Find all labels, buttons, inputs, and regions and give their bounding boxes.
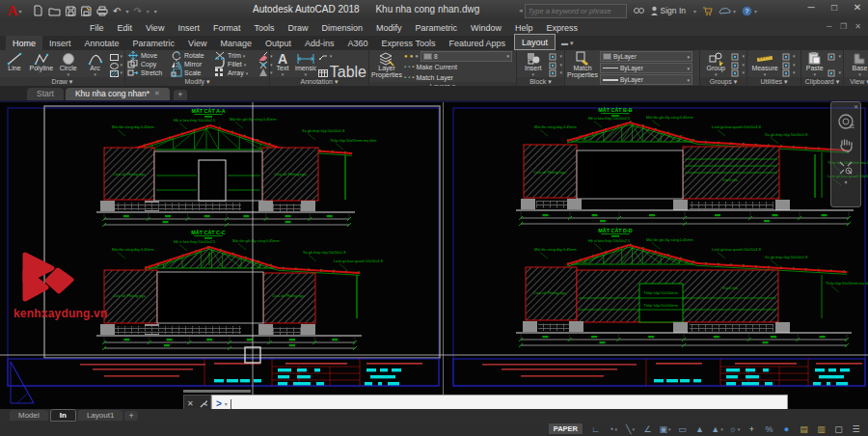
ribbon-tab-output[interactable]: Output: [258, 36, 298, 50]
bedit3-button[interactable]: ▾: [549, 68, 562, 76]
linetype-combo[interactable]: ByLayer▾: [600, 63, 692, 73]
stretch-button[interactable]: Stretch: [127, 68, 170, 77]
layer-combo[interactable]: 8▾: [420, 51, 512, 62]
customization-icon[interactable]: ☰: [848, 424, 864, 434]
new-file-icon[interactable]: [33, 5, 43, 16]
stretch-icon[interactable]: [127, 68, 139, 77]
maximize-button[interactable]: □: [827, 2, 841, 13]
fillet-icon[interactable]: [214, 60, 226, 68]
rotate-button[interactable]: Rotate: [171, 51, 213, 60]
panel-block-label[interactable]: Block ▾: [517, 77, 564, 86]
file-tab-start[interactable]: Start: [27, 88, 64, 100]
save-as-icon[interactable]: [81, 6, 92, 16]
table-button[interactable]: Table: [318, 68, 366, 76]
trim-icon[interactable]: [214, 51, 226, 60]
lineweight-combo[interactable]: ByLayer▾: [600, 74, 692, 85]
clipboard-status-icon[interactable]: ▥: [813, 424, 829, 434]
dimension-button[interactable]: Dimension▾: [295, 51, 316, 77]
menu-item-edit[interactable]: Edit: [111, 21, 140, 36]
ribbon-tab-featured-apps[interactable]: Featured Apps: [442, 36, 512, 50]
qat-customize-caret-icon[interactable]: ▾: [154, 8, 157, 14]
clean-screen-icon[interactable]: ▢: [830, 424, 847, 434]
plot-icon[interactable]: [96, 6, 108, 16]
trim-button[interactable]: Trim▾: [214, 51, 257, 60]
ribbon-collapse-icon[interactable]: ▬ ▾: [561, 40, 573, 50]
panel-groups-label[interactable]: Groups ▾: [700, 77, 746, 86]
layer-combo-caret-icon[interactable]: ▾: [506, 53, 509, 59]
redo-icon[interactable]: ↷: [133, 6, 141, 16]
g3-button[interactable]: ▾: [731, 68, 745, 76]
fillet-button[interactable]: Fillet▾: [214, 60, 257, 68]
ribbon-tab-express-tools[interactable]: Express Tools: [375, 36, 443, 50]
make-current-button[interactable]: ▪▪▪Make Current: [404, 62, 512, 71]
undo-caret-icon[interactable]: ▾: [125, 8, 128, 14]
layer-properties-button[interactable]: Layer Properties: [371, 51, 402, 82]
panel-modify-label[interactable]: Modify ▾: [125, 77, 269, 86]
menu-item-format[interactable]: Format: [206, 21, 248, 36]
ribbon-tab-view[interactable]: View: [181, 36, 213, 50]
c2-button[interactable]: ▾: [827, 68, 841, 76]
workspace-switching-icon[interactable]: ☼▾: [726, 424, 743, 434]
combo-caret-icon[interactable]: ▾: [687, 54, 690, 60]
save-icon[interactable]: [66, 6, 76, 16]
mirror-icon[interactable]: [171, 60, 182, 68]
panel-annotation-label[interactable]: Annotation ▾: [270, 77, 368, 86]
group-button[interactable]: Group▾: [702, 51, 729, 77]
leader-button[interactable]: ▾: [318, 52, 366, 60]
annotation-scale-icon[interactable]: ▲▾: [709, 424, 725, 434]
c1-icon[interactable]: [827, 50, 836, 65]
ribbon-tab-annotate[interactable]: Annotate: [78, 36, 126, 50]
scale-button[interactable]: Scale: [171, 68, 213, 77]
menu-item-tools[interactable]: Tools: [247, 21, 281, 36]
measure-button[interactable]: Measure▾: [749, 51, 780, 77]
autoscale-icon[interactable]: ▲: [692, 424, 708, 434]
pan-hand-icon[interactable]: [838, 133, 854, 156]
combo-caret-icon[interactable]: ▾: [687, 77, 690, 83]
base-button[interactable]: Base▾: [846, 51, 868, 77]
infocenter-collapse-icon[interactable]: ◂: [519, 7, 523, 14]
scale-icon[interactable]: [171, 68, 182, 77]
menu-item-draw[interactable]: Draw: [281, 21, 314, 36]
zoom-extents-icon[interactable]: [838, 156, 854, 179]
match-layer-button[interactable]: ▪▪▪Match Layer: [404, 72, 512, 82]
ribbon-tab-insert[interactable]: Insert: [42, 36, 78, 50]
paste-button[interactable]: Paste▾: [803, 51, 826, 77]
menu-item-window[interactable]: Window: [464, 21, 508, 36]
move-button[interactable]: Move: [127, 51, 170, 60]
ribbon-tab-manage[interactable]: Manage: [213, 36, 258, 50]
c1-button[interactable]: ▾: [827, 52, 841, 60]
steering-wheel-icon[interactable]: 2D: [837, 110, 854, 133]
app-store-icon[interactable]: [702, 6, 713, 15]
menu-item-modify[interactable]: Modify: [369, 21, 409, 36]
redo-caret-icon[interactable]: ▾: [147, 8, 149, 14]
search-icon[interactable]: [633, 6, 644, 15]
ribbon-tab-layout[interactable]: Layout: [514, 34, 556, 50]
array-button[interactable]: Array▾: [214, 68, 257, 77]
osnap-tracking-icon[interactable]: ∠: [639, 424, 656, 434]
graphics-performance-icon[interactable]: ●: [778, 424, 795, 434]
object-snap-icon[interactable]: ▣▾: [657, 424, 673, 434]
isometric-drafting-icon[interactable]: ╲▾: [622, 424, 638, 434]
arc-button[interactable]: Arc▾: [83, 51, 108, 77]
file-tab-khu-nha-cong-nhan[interactable]: Khu nha cong nhan*✕: [66, 88, 170, 100]
panel-draw-label[interactable]: Draw ▾: [0, 77, 124, 86]
circle-button[interactable]: Circle▾: [56, 51, 81, 77]
ribbon-tab-parametric[interactable]: Parametric: [126, 36, 182, 50]
panel-clipboard-label[interactable]: Clipboard ▾: [801, 77, 843, 86]
document-window-controls[interactable]: ─ ❐ ✕: [827, 22, 864, 31]
layout-tab-in[interactable]: In: [50, 409, 76, 422]
line-button[interactable]: Line: [2, 51, 27, 77]
search-input[interactable]: [525, 4, 627, 18]
layer-lock-icon[interactable]: ●: [415, 53, 419, 59]
text-button[interactable]: AText▾: [272, 51, 293, 77]
polyline-button[interactable]: Polyline: [29, 51, 54, 77]
match-properties-button[interactable]: Match Properties: [567, 51, 598, 85]
help-icon[interactable]: ?▾: [742, 6, 757, 16]
menu-item-dimension[interactable]: Dimension: [314, 21, 369, 36]
command-wrench-icon[interactable]: [200, 400, 207, 408]
a360-connect-icon[interactable]: ▾: [719, 7, 736, 15]
navbar-more-caret-icon[interactable]: ▾: [844, 179, 847, 185]
leader-icon[interactable]: [318, 50, 328, 65]
minimize-button[interactable]: ─: [804, 2, 818, 13]
open-file-icon[interactable]: [48, 6, 61, 16]
